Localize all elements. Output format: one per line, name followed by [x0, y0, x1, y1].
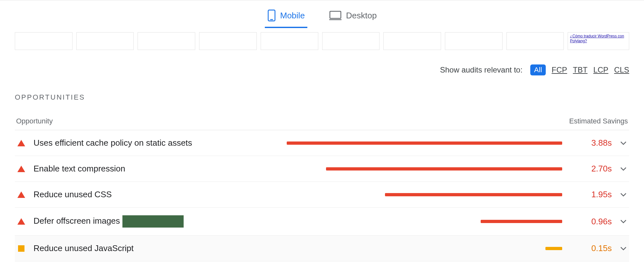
savings-bar-area [191, 220, 569, 223]
savings-bar-area [141, 247, 569, 250]
header-opportunity: Opportunity [16, 117, 53, 125]
savings-value: 2.70s [576, 164, 612, 174]
tab-label: Mobile [280, 11, 305, 21]
chevron-down-icon[interactable] [620, 193, 627, 197]
tab-desktop[interactable]: Desktop [327, 7, 379, 27]
opportunity-row[interactable]: Reduce unused CSS1.95s [15, 182, 629, 208]
chevron-down-icon[interactable] [620, 167, 627, 171]
filter-fcp[interactable]: FCP [552, 65, 567, 74]
triangle-icon [17, 166, 26, 172]
opportunity-label: Defer offscreen images [34, 215, 184, 228]
main-content: ¿Cómo traducir WordPress con Polylang? S… [0, 32, 644, 261]
opportunity-list: Uses efficient cache policy on static as… [15, 130, 629, 261]
savings-value: 0.96s [576, 217, 612, 227]
filmstrip: ¿Cómo traducir WordPress con Polylang? [15, 32, 629, 52]
filmstrip-frame [138, 32, 195, 50]
filter-tbt[interactable]: TBT [573, 65, 587, 74]
opportunity-row[interactable]: Reduce unused JavaScript0.15s [15, 236, 629, 261]
savings-bar [545, 247, 562, 250]
filmstrip-frame [506, 32, 564, 50]
filter-lcp[interactable]: LCP [593, 65, 609, 74]
savings-bar [326, 167, 562, 171]
device-tabs: Mobile Desktop [0, 0, 644, 28]
filter-label: Show audits relevant to: [440, 65, 523, 74]
triangle-icon [17, 140, 26, 146]
tab-mobile[interactable]: Mobile [265, 6, 308, 28]
triangle-icon [17, 191, 26, 198]
opportunity-label: Reduce unused CSS [34, 190, 112, 200]
square-icon [17, 245, 26, 252]
filmstrip-frame [383, 32, 441, 50]
mobile-icon [267, 9, 276, 22]
filter-all[interactable]: All [530, 64, 546, 75]
savings-bar [287, 141, 562, 145]
opportunity-header: Opportunity Estimated Savings [15, 117, 629, 130]
filmstrip-frame [445, 32, 503, 50]
header-savings: Estimated Savings [569, 117, 628, 125]
opportunity-label: Enable text compression [34, 164, 125, 174]
savings-value: 3.88s [576, 138, 612, 148]
savings-value: 1.95s [576, 190, 612, 200]
savings-bar [385, 193, 562, 196]
triangle-icon [17, 218, 26, 225]
opportunity-row[interactable]: Enable text compression2.70s [15, 156, 629, 182]
redacted-block [122, 215, 184, 228]
savings-bar-area [120, 193, 569, 196]
filmstrip-frame [199, 32, 257, 50]
opportunity-row[interactable]: Uses efficient cache policy on static as… [15, 130, 629, 156]
section-title: OPPORTUNITIES [15, 93, 629, 102]
chevron-down-icon[interactable] [620, 141, 627, 145]
chevron-down-icon[interactable] [620, 247, 627, 250]
filmstrip-frame-last: ¿Cómo traducir WordPress con Polylang? [568, 32, 629, 50]
opportunity-label: Uses efficient cache policy on static as… [34, 138, 192, 148]
savings-bar-area [200, 141, 569, 145]
filmstrip-frame [15, 32, 72, 50]
audit-filter-row: Show audits relevant to: All FCP TBT LCP… [15, 64, 629, 75]
savings-value: 0.15s [576, 243, 612, 253]
opportunity-row[interactable]: Defer offscreen images0.96s [15, 208, 629, 236]
filmstrip-frame [76, 32, 134, 50]
svg-rect-2 [330, 11, 341, 18]
filmstrip-frame [322, 32, 380, 50]
filter-cls[interactable]: CLS [614, 65, 629, 74]
desktop-icon [329, 11, 341, 20]
tab-label: Desktop [346, 11, 377, 21]
filmstrip-frame [261, 32, 318, 50]
savings-bar [481, 220, 562, 223]
chevron-down-icon[interactable] [620, 219, 627, 223]
opportunity-label: Reduce unused JavaScript [34, 243, 134, 253]
savings-bar-area [133, 167, 569, 171]
